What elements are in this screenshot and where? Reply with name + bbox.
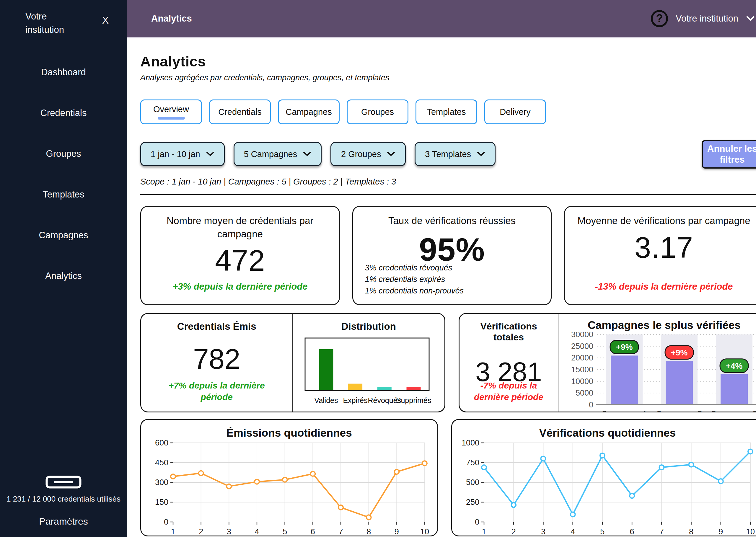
svg-text:10: 10: [420, 527, 429, 536]
filter-groupes-dropdown[interactable]: 2 Groupes: [330, 142, 406, 166]
kpi-delta: -13% depuis la dernière période: [565, 281, 756, 292]
section-title: Credentials Émis: [147, 321, 287, 332]
tab-overview[interactable]: Overview: [140, 100, 202, 124]
svg-text:7: 7: [659, 527, 664, 536]
svg-text:15000: 15000: [571, 365, 593, 374]
row-daily-charts: Émissions quotidiennes 12345678910015030…: [140, 419, 756, 536]
svg-text:5: 5: [283, 527, 287, 536]
active-tab-underline: [158, 117, 185, 120]
filter-templates-dropdown[interactable]: 3 Templates: [415, 142, 495, 166]
filter-label: 3 Templates: [425, 149, 471, 159]
svg-text:9: 9: [395, 527, 399, 536]
sidebar-item-dashboard[interactable]: Dashboard: [0, 52, 127, 93]
kpi-note: 3% credentials révoqués: [365, 262, 464, 274]
svg-text:150: 150: [155, 498, 168, 507]
filter-label: 5 Campagnes: [244, 149, 297, 159]
sidebar-item-analytics[interactable]: Analytics: [0, 256, 127, 296]
section-title: Campagnes le splus vérifiées: [564, 319, 756, 332]
svg-text:+4%: +4%: [726, 361, 743, 370]
sidebar-footer: 1 231 / 12 000 credentials utilisés Para…: [0, 475, 127, 527]
svg-text:300: 300: [155, 478, 168, 487]
tab-campagnes[interactable]: Campagnes: [278, 100, 340, 124]
institution-name: Votre institution: [25, 10, 84, 37]
section-title: Distribution: [298, 321, 440, 332]
tab-label: Campagnes: [286, 107, 332, 117]
svg-text:30000: 30000: [571, 332, 593, 339]
svg-text:250: 250: [466, 498, 479, 507]
svg-text:8: 8: [689, 527, 693, 536]
tab-groupes[interactable]: Groupes: [347, 100, 408, 124]
kpi-card-success-rate: Taux de vérifications réussies 95% 3% cr…: [352, 206, 552, 305]
tab-templates[interactable]: Templates: [415, 100, 477, 124]
svg-text:+9%: +9%: [616, 343, 633, 351]
top-campaigns-chart: 050001000015000200002500030000+9%Campagn…: [564, 332, 756, 412]
sidebar-item-campagnes[interactable]: Campagnes: [0, 215, 127, 256]
kpi-note: 1% credentials expirés: [365, 274, 464, 285]
filter-date-range-dropdown[interactable]: 1 jan - 10 jan: [140, 142, 225, 166]
chevron-down-icon: [303, 151, 311, 157]
svg-text:1: 1: [482, 527, 486, 536]
analytics-dashboard: Votre institution X Dashboard Credential…: [0, 0, 756, 537]
tab-delivery[interactable]: Delivery: [484, 100, 546, 124]
credentials-usage: 1 231 / 12 000 credentials utilisés: [0, 494, 127, 504]
breadcrumb: Analytics: [151, 13, 192, 24]
sidebar-close-button[interactable]: X: [102, 15, 109, 26]
svg-text:1: 1: [171, 527, 175, 536]
help-icon[interactable]: ?: [651, 10, 668, 27]
svg-text:8: 8: [366, 527, 371, 536]
svg-text:3: 3: [227, 527, 231, 536]
kpi-notes: 3% credentials révoqués 1% credentials e…: [365, 262, 464, 297]
filter-label: 2 Groupes: [341, 149, 381, 159]
tab-credentials[interactable]: Credentials: [209, 100, 271, 124]
svg-text:Valides: Valides: [315, 396, 338, 404]
chart-title: Émissions quotidiennes: [149, 427, 429, 439]
svg-text:Supprimés: Supprimés: [396, 396, 432, 404]
sidebar-item-parametres[interactable]: Paramètres: [0, 516, 127, 527]
content: Analytics Analyses agrégées par credenti…: [127, 38, 756, 536]
kpi-card-avg-verifications: Moyenne de vérifications par campagne 3.…: [564, 206, 756, 305]
filter-label: 1 jan - 10 jan: [150, 149, 200, 159]
scope-summary: Scope : 1 jan - 10 jan | Campagnes : 5 |…: [140, 177, 756, 186]
chevron-down-icon[interactable]: [746, 16, 755, 21]
clear-filters-button[interactable]: Annuler les filtres: [702, 140, 756, 169]
card-daily-emissions: Émissions quotidiennes 12345678910015030…: [140, 419, 438, 536]
battery-icon: [46, 475, 81, 489]
section-delta: -7% depuis la dernière période: [459, 380, 558, 403]
row-secondary-cards: Credentials Émis 782 +7% depuis la derni…: [140, 313, 756, 412]
svg-text:500: 500: [466, 478, 479, 487]
svg-text:+9%: +9%: [671, 348, 688, 357]
svg-text:450: 450: [155, 458, 168, 467]
tabs: Overview Credentials Campagnes Groupes T…: [140, 100, 756, 124]
credentials-emis-section: Credentials Émis 782 +7% depuis la derni…: [141, 314, 293, 412]
kpi-note: 1% credentials non-prouvés: [365, 285, 464, 297]
chevron-down-icon: [477, 151, 485, 157]
svg-text:Campagne C: Campagne C: [710, 409, 756, 412]
section-title: Vérifications totales: [465, 321, 553, 343]
verifications-chart: 1234567891002505007501000: [460, 439, 755, 537]
distribution-chart: ValidesExpirésRévoquésSupprimés: [304, 337, 434, 405]
top-campaigns-section: Campagnes le splus vérifiées 05000100001…: [559, 314, 756, 412]
sidebar-item-templates[interactable]: Templates: [0, 174, 127, 215]
svg-text:Campagne B: Campagne B: [656, 409, 702, 412]
svg-text:3: 3: [541, 527, 545, 536]
card-credentials-distribution: Credentials Émis 782 +7% depuis la derni…: [140, 313, 445, 412]
svg-text:2: 2: [199, 527, 203, 536]
kpi-title: Nombre moyen de crédentials par campagne: [149, 214, 331, 241]
svg-text:750: 750: [466, 458, 479, 467]
tab-label: Groupes: [361, 107, 394, 117]
kpi-title: Taux de vérifications réussies: [361, 214, 543, 227]
svg-text:25000: 25000: [571, 342, 593, 351]
svg-text:5000: 5000: [575, 389, 593, 397]
sidebar: Votre institution X Dashboard Credential…: [0, 0, 127, 537]
filter-campagnes-dropdown[interactable]: 5 Campagnes: [233, 142, 322, 166]
sidebar-item-groupes[interactable]: Groupes: [0, 134, 127, 174]
verifications-totales-section: Vérifications totales 3 281 -7% depuis l…: [459, 314, 559, 412]
kpi-title: Moyenne de vérifications par campagne: [573, 214, 755, 227]
svg-text:0: 0: [164, 517, 168, 526]
svg-text:0: 0: [589, 400, 593, 409]
account-menu-label[interactable]: Votre institution: [676, 13, 738, 24]
svg-text:600: 600: [155, 439, 168, 447]
sidebar-item-credentials[interactable]: Credentials: [0, 93, 127, 134]
card-daily-verifications: Vérifications quotidiennes 1234567891002…: [451, 419, 756, 536]
svg-text:10000: 10000: [571, 377, 593, 386]
